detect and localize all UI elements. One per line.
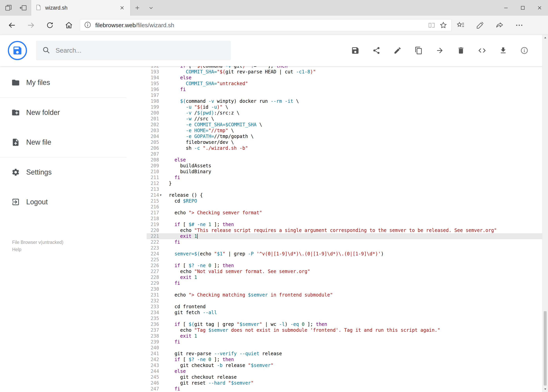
maximize-button[interactable] xyxy=(514,0,531,16)
forward-icon[interactable] xyxy=(21,16,40,35)
fold-marker-icon[interactable]: ▼ xyxy=(159,192,162,198)
reading-view-icon[interactable] xyxy=(427,21,436,30)
code-line[interactable]: 213 xyxy=(147,186,548,192)
code-line[interactable]: 205 filebrowser/dev \ xyxy=(147,139,548,145)
web-note-pen-icon[interactable] xyxy=(475,21,485,30)
page-info-icon[interactable] xyxy=(83,21,92,30)
code-line[interactable]: 204 -e GOPATH=//tmp/gopath \ xyxy=(147,133,548,139)
save-icon[interactable] xyxy=(351,46,360,55)
code-line[interactable]: 247 fi xyxy=(147,386,548,392)
hub-favorites-icon[interactable] xyxy=(456,21,465,30)
help-link[interactable]: Help xyxy=(12,246,126,253)
close-button[interactable] xyxy=(531,0,548,16)
code-line[interactable]: 232 xyxy=(147,298,548,304)
sidebar-item-logout[interactable]: Logout xyxy=(0,187,126,217)
address-bar[interactable]: filebrowser.web/files/wizard.sh xyxy=(80,19,451,31)
favorite-star-icon[interactable] xyxy=(439,21,448,30)
code-line[interactable]: 208 else xyxy=(147,157,548,163)
code-line[interactable]: 193 COMMIT_SHA="$(git rev-parse HEAD | c… xyxy=(147,69,548,75)
code-line[interactable]: 215 cd $REPO xyxy=(147,198,548,204)
share-icon[interactable] xyxy=(495,21,504,30)
code-line[interactable]: 199 -u "$(id -u)" \ xyxy=(147,104,548,110)
code-line[interactable]: 192 if [ "$(command -v git)" != "" ]; th… xyxy=(147,66,548,69)
code-line[interactable]: 210 buildBinary xyxy=(147,169,548,175)
tab-preview-chevron-icon[interactable] xyxy=(144,0,158,16)
code-line[interactable]: 216 xyxy=(147,204,548,210)
code-line[interactable]: 235 xyxy=(147,315,548,321)
scrollbar-thumb[interactable] xyxy=(544,311,547,385)
share-file-icon[interactable] xyxy=(372,46,381,55)
code-line[interactable]: 225 xyxy=(147,257,548,263)
filebrowser-logo-icon[interactable] xyxy=(8,41,27,60)
code-editor[interactable]: 192 if [ "$(command -v git)" != "" ]; th… xyxy=(126,66,548,392)
code-line[interactable]: 217 echo "> Checking semver format" xyxy=(147,210,548,216)
code-line[interactable]: 194 else xyxy=(147,75,548,81)
code-line[interactable]: 223 xyxy=(147,245,548,251)
code-line[interactable]: 201 -w //src \ xyxy=(147,116,548,122)
code-line[interactable]: 246 git reset --hard "$semver" xyxy=(147,380,548,386)
code-line[interactable]: 220 echo "This release script requires a… xyxy=(147,227,548,233)
refresh-icon[interactable] xyxy=(40,16,59,35)
home-icon[interactable] xyxy=(59,16,78,35)
code-line[interactable]: 239 fi xyxy=(147,339,548,345)
sidebar-item-settings[interactable]: Settings xyxy=(0,157,126,187)
delete-trash-icon[interactable] xyxy=(457,46,465,55)
vertical-scrollbar[interactable] xyxy=(542,35,548,392)
download-icon[interactable] xyxy=(499,46,507,55)
code-line[interactable]: 203 -e HOME="//tmp" \ xyxy=(147,128,548,133)
sidebar-item-my-files[interactable]: My files xyxy=(0,68,126,98)
code-line[interactable]: 202 -e COMMIT_SHA=$COMMIT_SHA \ xyxy=(147,122,548,128)
code-line[interactable]: 226 if [ $? -ne 0 ]; then xyxy=(147,263,548,268)
code-line[interactable]: 221 exit 1 xyxy=(147,233,548,239)
code-line[interactable]: 229 fi xyxy=(147,280,548,286)
code-line[interactable]: 240 xyxy=(147,345,548,351)
source-view-icon[interactable] xyxy=(478,46,486,55)
code-line[interactable]: 224 semver=$(echo "$1" | grep -P '^v(0|[… xyxy=(147,251,548,257)
tab-preview-icon[interactable] xyxy=(4,4,13,12)
back-icon[interactable] xyxy=(2,16,21,35)
move-arrow-icon[interactable] xyxy=(436,46,444,55)
scroll-up-arrow-icon[interactable] xyxy=(542,35,548,41)
code-line[interactable]: 207 xyxy=(147,151,548,157)
code-line[interactable]: 196 fi xyxy=(147,86,548,92)
code-line[interactable]: 241 git rev-parse --verify --quiet relea… xyxy=(147,351,548,357)
code-line[interactable]: 234 git fetch --all xyxy=(147,310,548,315)
code-line[interactable]: 212} xyxy=(147,181,548,186)
code-line[interactable]: 245 git checkout release xyxy=(147,374,548,380)
search-box[interactable] xyxy=(36,41,231,60)
more-options-icon[interactable] xyxy=(514,21,524,30)
code-line[interactable]: 237 echo "Tag $semver does not exist in … xyxy=(147,327,548,333)
code-line[interactable]: 244 else xyxy=(147,368,548,374)
code-line[interactable]: 200 -v /$(pwd):/src:z \ xyxy=(147,110,548,116)
code-line[interactable]: 227 echo "Not valid semver format. See s… xyxy=(147,268,548,274)
code-line[interactable]: 209 buildAssets xyxy=(147,163,548,169)
scroll-down-arrow-icon[interactable] xyxy=(542,386,548,392)
browser-tab[interactable]: wizard.sh xyxy=(31,0,131,16)
code-line[interactable]: 198 $(command -v winpty) docker run --rm… xyxy=(147,98,548,104)
code-line[interactable]: 218 xyxy=(147,216,548,222)
code-line[interactable]: 222 fi xyxy=(147,239,548,245)
code-line[interactable]: 242 if [ $? -ne 0 ]; then xyxy=(147,357,548,363)
code-line[interactable]: 236 if [ $(git tag | grep "$semver" | wc… xyxy=(147,321,548,327)
info-icon[interactable] xyxy=(520,46,529,55)
code-line[interactable]: 243 git checkout -b release "$semver" xyxy=(147,363,548,368)
sidebar-item-new-folder[interactable]: New folder xyxy=(0,98,126,127)
code-line[interactable]: 233 cd frontend xyxy=(147,304,548,310)
tab-close-icon[interactable] xyxy=(118,4,126,12)
set-tabs-aside-icon[interactable] xyxy=(19,4,28,12)
code-line[interactable]: 238 exit 1 xyxy=(147,333,548,339)
code-line[interactable]: 214▼release () { xyxy=(147,192,548,198)
rename-pencil-icon[interactable] xyxy=(393,46,402,55)
code-line[interactable]: 219 if [ $# -ne 1 ]; then xyxy=(147,222,548,227)
new-tab-button[interactable] xyxy=(131,0,144,16)
search-input[interactable] xyxy=(55,47,225,54)
code-line[interactable]: 228 exit 1 xyxy=(147,274,548,280)
code-line[interactable]: 195 COMMIT_SHA="untracked" xyxy=(147,81,548,86)
copy-icon[interactable] xyxy=(414,46,423,55)
code-line[interactable]: 197 xyxy=(147,92,548,98)
code-line[interactable]: 211 fi xyxy=(147,175,548,181)
minimize-button[interactable] xyxy=(498,0,514,16)
sidebar-item-new-file[interactable]: New file xyxy=(0,127,126,157)
code-line[interactable]: 206 sh -c "./wizard.sh -b" xyxy=(147,145,548,151)
code-line[interactable]: 231 echo "> Checking matching $semver in… xyxy=(147,292,548,298)
